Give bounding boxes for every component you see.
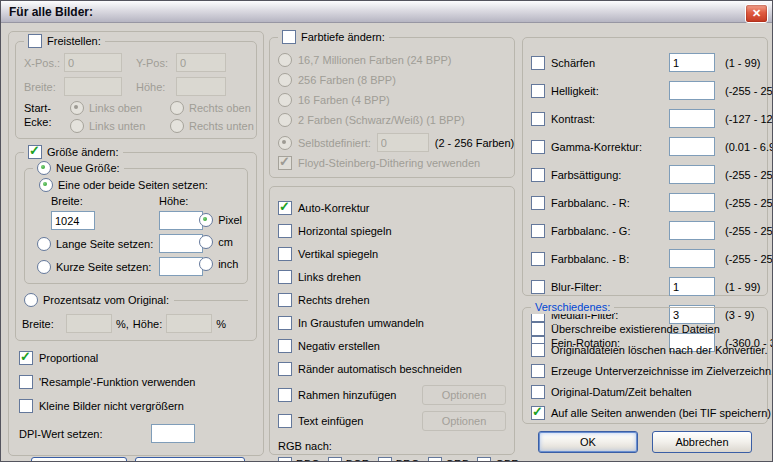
rbg-checkbox[interactable] <box>278 457 292 462</box>
radio-kurze-seite[interactable] <box>37 260 51 274</box>
dpi-input[interactable] <box>151 424 195 443</box>
farbbalance-b-checkbox[interactable] <box>531 252 545 266</box>
grb-label: GRB <box>446 458 470 462</box>
color-depth-checkbox[interactable] <box>282 30 296 44</box>
farbsaettigung-checkbox[interactable] <box>531 168 545 182</box>
farbbalance-b-label: Farbbalanc. - B: <box>551 253 663 265</box>
radio-neue-groesse[interactable] <box>37 161 51 175</box>
gbr-checkbox[interactable] <box>477 457 491 462</box>
misc-row: Auf alle Seiten anwenden (bei TIF speich… <box>531 406 761 420</box>
graustufen-checkbox[interactable] <box>278 316 292 330</box>
resample-checkbox[interactable] <box>19 375 33 389</box>
farbsaettigung-input[interactable] <box>669 165 715 184</box>
custom-colors-label: Selbstdefiniert: <box>298 137 371 149</box>
percent-sep-label: %, <box>116 318 129 330</box>
radio-lange-seite[interactable] <box>37 237 51 251</box>
farbbalance-g-input[interactable] <box>669 221 715 240</box>
custom-colors-range: (2 - 256 Farben) <box>435 137 514 149</box>
width-input[interactable] <box>51 211 95 230</box>
no-enlarge-row: Kleine Bilder nicht vergrößern <box>19 399 263 413</box>
depth-4bpp-label: 16 Farben (4 BPP) <box>298 94 390 106</box>
titlebar[interactable]: Für alle Bilder: <box>1 1 772 23</box>
rechts-drehen-checkbox[interactable] <box>278 293 292 307</box>
all-pages-checkbox[interactable] <box>531 406 545 420</box>
short-side-input[interactable] <box>159 257 203 276</box>
gamma-input[interactable] <box>669 137 715 156</box>
all-pages-label: Auf alle Seiten anwenden (bei TIF speich… <box>551 407 771 419</box>
blur-filter-checkbox[interactable] <box>531 280 545 294</box>
save-settings-button[interactable]: Einstell. speichern <box>135 457 245 462</box>
radio-4bpp <box>278 93 292 107</box>
farbbalance-g-checkbox[interactable] <box>531 224 545 238</box>
freistellen-checkbox[interactable] <box>28 34 42 48</box>
rahmen-checkbox[interactable] <box>278 388 292 402</box>
rgb-option: GBR <box>477 457 519 462</box>
dpi-label: DPI-Wert setzen: <box>19 428 151 440</box>
gamma-range: (0.01 - 6.99) <box>725 141 773 153</box>
text-einfuegen-checkbox[interactable] <box>278 414 292 428</box>
no-enlarge-checkbox[interactable] <box>19 399 33 413</box>
links-drehen-label: Links drehen <box>298 271 361 283</box>
kontrast-input[interactable] <box>669 109 715 128</box>
crop-size-row: Breite: Höhe: <box>24 77 248 96</box>
radio-eine-oder-beide[interactable] <box>39 178 53 192</box>
schaerfen-input[interactable] <box>669 53 715 72</box>
load-settings-button[interactable]: Einstell. laden <box>31 457 127 462</box>
farbbalance-r-input[interactable] <box>669 193 715 212</box>
corner-links-oben-label: Links oben <box>89 102 142 114</box>
farbbalance-b-input[interactable] <box>669 249 715 268</box>
radio-pixel[interactable] <box>199 213 213 227</box>
proportional-row: Proportional <box>19 351 263 365</box>
unit-option: Pixel <box>199 213 242 227</box>
blur-filter-input[interactable] <box>669 277 715 296</box>
subfolders-checkbox[interactable] <box>531 364 545 378</box>
start-corner-section: Start- Ecke: Links oben Rechts oben <box>24 101 248 133</box>
schaerfen-checkbox[interactable] <box>531 56 545 70</box>
overwrite-checkbox[interactable] <box>531 322 545 336</box>
radio-rechts-unten <box>170 119 184 133</box>
color-depth-label: Farbtiefe ändern: <box>301 30 385 44</box>
kontrast-checkbox[interactable] <box>531 112 545 126</box>
transform-row: In Graustufen umwandeln <box>278 316 506 330</box>
proportional-checkbox[interactable] <box>19 351 33 365</box>
brg-checkbox[interactable] <box>378 457 392 462</box>
radio-inch[interactable] <box>199 257 213 271</box>
dithering-row: Floyd-Steinberg-Dithering verwenden <box>278 156 506 170</box>
farbbalance-r-checkbox[interactable] <box>531 196 545 210</box>
horizontal-spiegeln-checkbox[interactable] <box>278 224 292 238</box>
auto-korrektur-checkbox[interactable] <box>278 201 292 215</box>
helligkeit-input[interactable] <box>669 81 715 100</box>
cancel-button[interactable]: Abbrechen <box>652 431 752 453</box>
blur-filter-label: Blur-Filter: <box>551 281 663 293</box>
grb-checkbox[interactable] <box>428 457 442 462</box>
links-drehen-checkbox[interactable] <box>278 270 292 284</box>
crop-position-row: X-Pos.: Y-Pos: <box>24 53 248 72</box>
ok-button[interactable]: OK <box>538 431 638 453</box>
corner-rechts-oben-label: Rechts oben <box>189 102 251 114</box>
vertikal-spiegeln-checkbox[interactable] <box>278 247 292 261</box>
resize-caption: Größe ändern: <box>24 145 123 159</box>
radio-prozentsatz[interactable] <box>24 293 38 307</box>
radio-cm[interactable] <box>199 235 213 249</box>
resample-row: 'Resample'-Funktion verwenden <box>19 375 263 389</box>
misc-row: Überschreibe existierende Dateien <box>531 322 761 336</box>
raender-checkbox[interactable] <box>278 362 292 376</box>
long-side-input[interactable] <box>159 234 203 253</box>
close-button[interactable]: ✕ <box>745 4 768 23</box>
adjust-row: Gamma-Korrektur: (0.01 - 6.99) <box>531 137 767 156</box>
text-einfuegen-label: Text einfügen <box>298 415 416 427</box>
helligkeit-range: (-255 - 255) <box>725 85 773 97</box>
short-side-label: Kurze Seite setzen: <box>56 261 151 273</box>
delete-originals-checkbox[interactable] <box>531 343 545 357</box>
batch-settings-dialog: Für alle Bilder: ✕ Freistellen: X-Pos.: … <box>0 0 773 462</box>
height-input[interactable] <box>159 211 203 230</box>
helligkeit-checkbox[interactable] <box>531 84 545 98</box>
resize-checkbox[interactable] <box>28 145 42 159</box>
bgr-checkbox[interactable] <box>328 457 342 462</box>
keep-date-checkbox[interactable] <box>531 385 545 399</box>
negativ-checkbox[interactable] <box>278 339 292 353</box>
gamma-checkbox[interactable] <box>531 140 545 154</box>
close-icon: ✕ <box>752 8 761 19</box>
rgb-option: GRB <box>428 457 470 462</box>
adjust-row: Farbsättigung: (-255 - 255) <box>531 165 767 184</box>
